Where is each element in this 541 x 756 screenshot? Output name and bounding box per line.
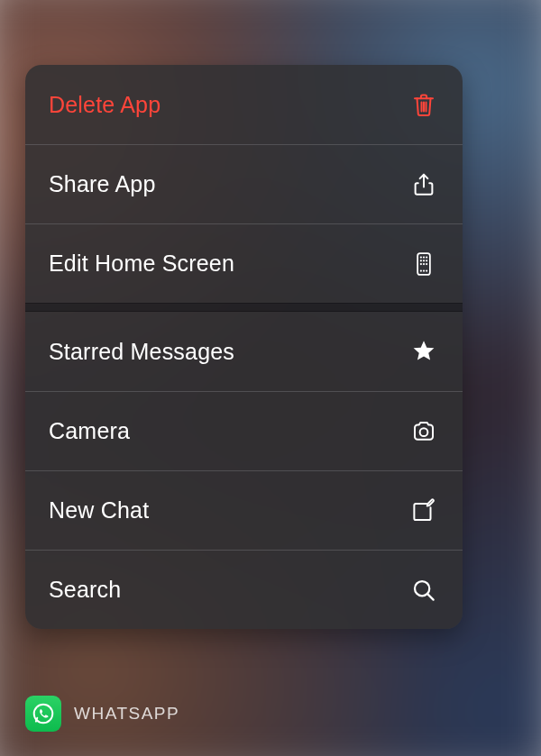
svg-point-7 xyxy=(420,262,422,264)
app-chip-label: WHATSAPP xyxy=(74,704,179,724)
menu-item-edit-home-screen[interactable]: Edit Home Screen xyxy=(25,223,463,303)
menu-item-label: Delete App xyxy=(49,92,160,118)
svg-point-11 xyxy=(423,269,425,271)
app-actions-group: Starred Messages Camera New Chat xyxy=(25,312,463,629)
menu-item-label: Starred Messages xyxy=(49,339,234,365)
svg-point-9 xyxy=(426,262,427,264)
menu-item-delete-app[interactable]: Delete App xyxy=(25,65,463,144)
menu-item-search[interactable]: Search xyxy=(25,550,463,629)
svg-point-8 xyxy=(423,262,425,264)
camera-icon xyxy=(408,416,439,447)
whatsapp-icon xyxy=(25,696,61,732)
svg-point-13 xyxy=(420,428,428,436)
share-icon xyxy=(408,169,439,200)
search-icon xyxy=(408,575,439,606)
menu-item-label: Edit Home Screen xyxy=(49,250,234,277)
svg-point-5 xyxy=(423,260,425,261)
svg-point-12 xyxy=(426,269,427,271)
svg-point-6 xyxy=(426,260,427,261)
context-menu: Delete App Share App Edit xyxy=(25,65,463,629)
menu-item-new-chat[interactable]: New Chat xyxy=(25,470,463,550)
app-chip[interactable]: WHATSAPP xyxy=(25,696,179,732)
svg-point-3 xyxy=(426,256,427,258)
svg-point-4 xyxy=(420,260,422,261)
svg-point-10 xyxy=(420,269,422,271)
compose-icon xyxy=(408,496,439,526)
apps-icon xyxy=(408,249,439,279)
menu-separator xyxy=(25,303,463,312)
menu-item-label: New Chat xyxy=(49,497,149,524)
system-actions-group: Delete App Share App Edit xyxy=(25,65,463,303)
trash-icon xyxy=(408,89,439,120)
menu-item-share-app[interactable]: Share App xyxy=(25,144,463,223)
svg-point-1 xyxy=(420,256,422,258)
svg-point-2 xyxy=(423,256,425,258)
menu-item-label: Search xyxy=(49,577,121,603)
star-icon xyxy=(408,336,439,367)
menu-item-starred-messages[interactable]: Starred Messages xyxy=(25,312,463,391)
menu-item-label: Share App xyxy=(49,171,156,197)
menu-item-label: Camera xyxy=(49,418,130,444)
menu-item-camera[interactable]: Camera xyxy=(25,391,463,470)
